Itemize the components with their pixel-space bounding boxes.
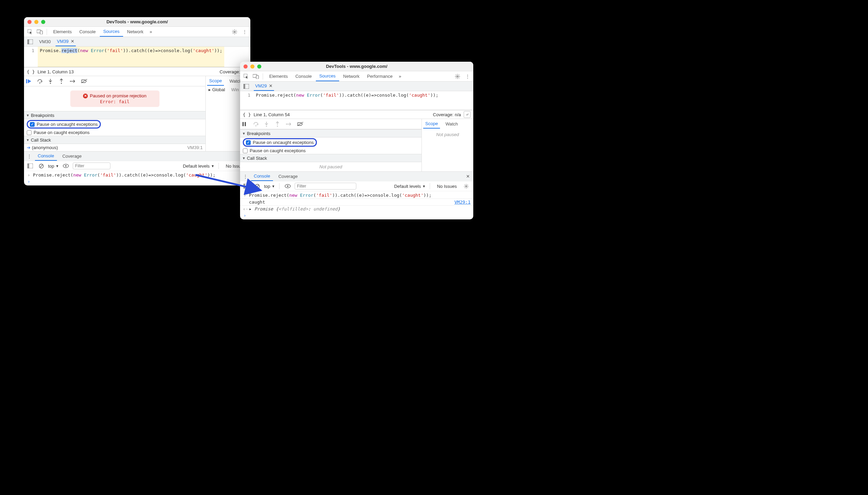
tab-scope[interactable]: Scope xyxy=(207,76,224,86)
drawer-menu-icon[interactable]: ⋮ xyxy=(242,174,248,179)
deactivate-breakpoints-icon[interactable] xyxy=(297,122,303,126)
drawer-menu-icon[interactable]: ⋮ xyxy=(26,154,32,159)
debugger-pane: ▼ Breakpoints ✓ Pause on uncaught except… xyxy=(240,119,473,171)
breakpoints-section-header[interactable]: ▼ Breakpoints xyxy=(240,129,421,137)
tab-performance[interactable]: Performance xyxy=(364,71,396,81)
wrap-toggle-icon[interactable]: ⤶ xyxy=(464,111,471,118)
kebab-menu-icon[interactable]: ⋮ xyxy=(464,74,471,79)
source-link[interactable]: VM29:1 xyxy=(454,200,471,205)
step-out-icon xyxy=(275,121,281,127)
svg-point-7 xyxy=(39,82,40,83)
step-into-icon[interactable] xyxy=(48,79,54,84)
code-editor[interactable]: 1 Promise.reject(new Error('fail')).catc… xyxy=(24,47,250,67)
drawer-tab-console[interactable]: Console xyxy=(35,152,57,161)
resume-icon[interactable] xyxy=(26,79,32,84)
console-prompt[interactable]: › xyxy=(24,178,250,185)
svg-point-8 xyxy=(50,83,51,84)
step-out-icon[interactable] xyxy=(59,79,65,84)
device-toggle-icon[interactable] xyxy=(252,72,260,81)
tab-watch[interactable]: Watch xyxy=(443,119,460,129)
close-drawer-icon[interactable]: ✕ xyxy=(465,174,471,179)
code-line[interactable]: Promise.reject(new Error('fail')).catch(… xyxy=(38,47,224,67)
bp-pause-caught[interactable]: Pause on caught exceptions xyxy=(24,129,205,136)
file-tab-vm39[interactable]: VM39 ✕ xyxy=(56,37,76,46)
drawer-tab-coverage[interactable]: Coverage xyxy=(60,152,84,161)
bp-pause-uncaught[interactable]: ✓ Pause on uncaught exceptions xyxy=(24,119,205,129)
callstack-section-header[interactable]: ▼ Call Stack xyxy=(240,154,421,162)
console-output[interactable]: › Promise.reject(new Error('fail')).catc… xyxy=(240,191,473,219)
kebab-menu-icon[interactable]: ⋮ xyxy=(241,29,248,34)
close-tab-icon[interactable]: ✕ xyxy=(71,39,74,44)
svg-point-10 xyxy=(70,81,71,82)
issues-label[interactable]: No Issues xyxy=(434,184,460,189)
svg-rect-5 xyxy=(27,39,29,44)
navigator-toggle-icon[interactable] xyxy=(242,82,250,90)
current-frame-icon: ➔ xyxy=(27,145,31,150)
clear-console-icon[interactable] xyxy=(253,182,261,190)
console-filter-input[interactable] xyxy=(295,183,356,190)
inspect-icon[interactable] xyxy=(26,28,34,36)
file-tab-vm30[interactable]: VM30 xyxy=(38,37,52,46)
log-levels-selector[interactable]: Default levels ▼ xyxy=(394,184,426,189)
bp-pause-uncaught[interactable]: ✓ Pause on uncaught exceptions xyxy=(240,137,421,147)
console-prompt[interactable]: › xyxy=(240,212,473,219)
tab-console[interactable]: Console xyxy=(292,71,315,81)
console-settings-icon[interactable] xyxy=(464,184,471,189)
navigator-toggle-icon[interactable] xyxy=(26,38,34,46)
bp-pause-caught[interactable]: Pause on caught exceptions xyxy=(240,147,421,154)
inspect-icon[interactable] xyxy=(242,72,250,81)
pretty-print-icon[interactable]: { } xyxy=(243,112,251,117)
sidebar-toggle-icon[interactable] xyxy=(242,182,250,190)
clear-console-icon[interactable] xyxy=(37,162,45,170)
callstack-section-header[interactable]: ▼ Call Stack xyxy=(24,136,205,144)
device-toggle-icon[interactable] xyxy=(36,28,44,36)
svg-rect-24 xyxy=(242,122,244,126)
context-selector[interactable]: top ▼ xyxy=(48,164,59,169)
drawer-tab-console[interactable]: Console xyxy=(251,172,273,181)
main-toolbar: Elements Console Sources Network » ⋮ xyxy=(24,27,250,37)
tab-console[interactable]: Console xyxy=(76,27,99,37)
pretty-print-icon[interactable]: { } xyxy=(27,69,35,74)
checkbox-unchecked-icon[interactable] xyxy=(243,148,248,153)
titlebar[interactable]: DevTools - www.google.com/ xyxy=(24,17,250,27)
sidebar-toggle-icon[interactable] xyxy=(26,162,34,170)
deactivate-breakpoints-icon[interactable] xyxy=(81,79,87,84)
more-tabs-icon[interactable]: » xyxy=(147,29,154,34)
output-chevron-icon: ‹· xyxy=(243,206,247,212)
tab-elements[interactable]: Elements xyxy=(50,27,75,37)
tab-sources[interactable]: Sources xyxy=(316,71,339,81)
log-levels-selector[interactable]: Default levels ▼ xyxy=(183,164,214,169)
step-over-icon[interactable] xyxy=(37,79,43,84)
close-tab-icon[interactable]: ✕ xyxy=(269,83,273,88)
file-tab-vm29[interactable]: VM29 ✕ xyxy=(254,82,274,91)
code-line[interactable]: Promise.reject(new Error('fail')).catch(… xyxy=(254,91,440,110)
console-output[interactable]: › Promise.reject(new Error('fail')).catc… xyxy=(24,171,250,185)
code-editor[interactable]: 1 Promise.reject(new Error('fail')).catc… xyxy=(240,91,473,110)
tab-network[interactable]: Network xyxy=(124,27,147,37)
live-expression-icon[interactable] xyxy=(62,162,70,170)
input-chevron-icon: › xyxy=(27,172,31,178)
step-icon[interactable] xyxy=(70,79,76,83)
checkbox-checked-icon[interactable]: ✓ xyxy=(246,140,251,145)
tab-scope[interactable]: Scope xyxy=(423,119,440,129)
checkbox-checked-icon[interactable]: ✓ xyxy=(30,122,35,127)
live-expression-icon[interactable] xyxy=(284,182,292,190)
drawer-tab-coverage[interactable]: Coverage xyxy=(276,172,300,181)
scope-global-label[interactable]: ▸ Global xyxy=(209,87,225,92)
tab-sources[interactable]: Sources xyxy=(100,27,123,37)
callstack-frame[interactable]: ➔ (anonymous) VM39:1 xyxy=(24,144,205,151)
step-into-icon xyxy=(264,121,270,127)
pause-icon[interactable] xyxy=(242,122,248,126)
context-selector[interactable]: top ▼ xyxy=(264,184,275,189)
tab-elements[interactable]: Elements xyxy=(266,71,291,81)
tab-network[interactable]: Network xyxy=(340,71,363,81)
settings-icon[interactable] xyxy=(455,74,462,79)
checkbox-unchecked-icon[interactable] xyxy=(27,130,32,135)
breakpoints-section-header[interactable]: ▼ Breakpoints xyxy=(24,111,205,119)
more-tabs-icon[interactable]: » xyxy=(397,74,403,79)
settings-icon[interactable] xyxy=(232,29,239,35)
console-filter-input[interactable] xyxy=(73,162,110,169)
titlebar[interactable]: DevTools - www.google.com/ xyxy=(240,62,473,71)
svg-rect-32 xyxy=(243,184,245,189)
debug-controls xyxy=(24,76,205,86)
